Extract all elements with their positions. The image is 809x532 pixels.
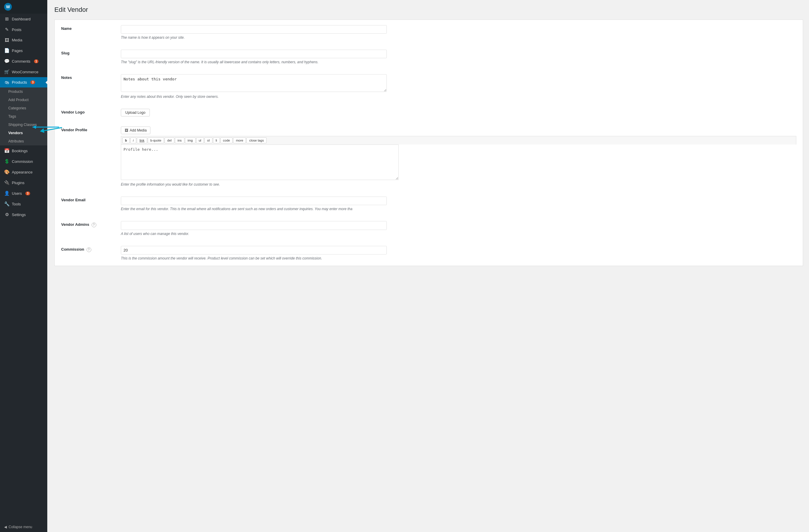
appearance-icon: 🎨 [4,169,10,175]
comments-badge: 1 [34,59,39,63]
slug-cell: The "slug" is the URL-friendly version o… [115,45,802,69]
vendor-profile-cell: 🖼 Add Media b i link b-quote del ins img [115,122,802,191]
submenu-item-add-product[interactable]: Add Product [0,96,47,104]
vendor-email-description: Enter the email for this vendor. This is… [121,207,796,211]
sidebar-label-users: Users [12,191,22,196]
media-toolbar: 🖼 Add Media b i link b-quote del ins img [121,126,796,180]
notes-description: Enter any notes about this vendor. Only … [121,95,796,99]
sidebar-item-tools[interactable]: 🔧 Tools [0,199,47,209]
submenu-item-products[interactable]: Products [0,87,47,96]
editor-btn-close-tags[interactable]: close tags [246,137,266,143]
vendor-logo-label: Vendor Logo [55,104,114,121]
collapse-label: Collapse menu [8,525,32,529]
slug-input[interactable] [121,50,387,58]
editor-btn-li[interactable]: li [213,137,220,143]
vendor-email-cell: Enter the email for this vendor. This is… [115,192,802,216]
sidebar-item-appearance[interactable]: 🎨 Appearance [0,167,47,177]
editor-btn-i[interactable]: i [130,137,136,143]
submenu-item-vendors[interactable]: Vendors [0,129,47,137]
vendor-email-input[interactable] [121,196,387,205]
sidebar: W ⊞ Dashboard ✎ Posts 🖼 Media 📄 Pages 💬 … [0,0,47,532]
sidebar-label-media: Media [12,38,22,42]
editor-btn-bquote[interactable]: b-quote [148,137,164,143]
vendor-email-label: Vendor Email [55,192,114,216]
edit-vendor-form: Name The name is how it appears on your … [54,19,803,266]
vendor-admins-input[interactable] [121,221,387,230]
submenu-item-tags[interactable]: Tags [0,112,47,121]
notes-textarea[interactable]: Notes about this vendor [121,74,387,92]
upload-logo-button[interactable]: Upload Logo [121,109,150,117]
bookings-icon: 📅 [4,148,10,153]
notes-row: Notes Notes about this vendor Enter any … [55,69,802,103]
products-submenu: Products Add Product Categories Tags Shi… [0,87,47,145]
editor-btn-code[interactable]: code [220,137,233,143]
sidebar-label-appearance: Appearance [12,170,33,174]
sidebar-label-dashboard: Dashboard [12,17,31,21]
pages-icon: 📄 [4,48,10,53]
name-description: The name is how it appears on your site. [121,35,796,40]
submenu-item-shipping-classes[interactable]: Shipping Classes [0,121,47,129]
vendor-logo-cell: Upload Logo [115,104,802,121]
add-media-icon: 🖼 [125,128,128,133]
sidebar-item-settings[interactable]: ⚙ Settings [0,209,47,220]
plugins-icon: 🔌 [4,180,10,185]
editor-btn-img[interactable]: img [185,137,195,143]
sidebar-item-plugins[interactable]: 🔌 Plugins [0,177,47,188]
editor-btn-link[interactable]: link [137,137,147,143]
sidebar-item-woocommerce[interactable]: 🛒 WooCommerce [0,67,47,77]
vendor-admins-cell: A list of users who can manage this vend… [115,216,802,241]
name-row: Name The name is how it appears on your … [55,20,802,44]
vendor-profile-row: Vendor Profile 🖼 Add Media b i link [55,122,802,191]
users-icon: 👤 [4,191,10,196]
sidebar-label-plugins: Plugins [12,181,24,185]
notes-label: Notes [55,69,114,103]
add-media-label: Add Media [130,128,147,133]
editor-btn-del[interactable]: del [165,137,174,143]
sidebar-item-bookings[interactable]: 📅 Bookings [0,145,47,156]
add-media-button[interactable]: 🖼 Add Media [121,126,150,134]
products-icon: 🛍 [4,80,10,85]
sidebar-item-products[interactable]: 🛍 Products 3 [0,77,47,87]
vendor-admins-label: Vendor Admins ? [55,216,114,241]
notes-cell: Notes about this vendor Enter any notes … [115,69,802,103]
editor-btn-more[interactable]: more [233,137,246,143]
editor-btn-ol[interactable]: ol [205,137,212,143]
submenu-item-attributes[interactable]: Attributes [0,137,47,145]
collapse-menu[interactable]: ◀ Collapse menu [0,522,47,532]
editor-btn-b[interactable]: b [122,137,130,143]
commission-cell: This is the commission amount the vendor… [115,241,802,265]
products-badge: 3 [31,80,35,84]
sidebar-item-posts[interactable]: ✎ Posts [0,24,47,35]
submenu-item-categories[interactable]: Categories [0,104,47,112]
editor-btn-ins[interactable]: ins [175,137,184,143]
sidebar-item-pages[interactable]: 📄 Pages [0,45,47,56]
name-input[interactable] [121,25,387,34]
main-content: Edit Vendor Name The name is how it appe… [47,0,809,532]
editor-btn-ul[interactable]: ul [196,137,204,143]
commission-label: Commission ? [55,241,114,265]
vendor-profile-label: Vendor Profile [55,122,114,191]
slug-row: Slug The "slug" is the URL-friendly vers… [55,45,802,69]
profile-textarea[interactable]: Profile here... [121,144,399,180]
settings-icon: ⚙ [4,212,10,217]
commission-input[interactable] [121,246,387,255]
sidebar-item-comments[interactable]: 💬 Comments 1 [0,56,47,67]
commission-row: Commission ? This is the commission amou… [55,241,802,265]
sidebar-item-dashboard[interactable]: ⊞ Dashboard [0,14,47,24]
commission-help-icon[interactable]: ? [87,247,91,252]
sidebar-label-posts: Posts [12,28,21,32]
page-title: Edit Vendor [54,6,803,14]
profile-description: Enter the profile information you would … [121,182,796,187]
sidebar-item-users[interactable]: 👤 Users 3 [0,188,47,199]
woocommerce-icon: 🛒 [4,69,10,74]
editor-buttons-toolbar: b i link b-quote del ins img ul ol li co… [121,136,796,144]
sidebar-item-commission[interactable]: 💲 Commission [0,156,47,167]
sidebar-item-media[interactable]: 🖼 Media [0,35,47,45]
vendor-admins-help-icon[interactable]: ? [91,223,96,227]
comments-icon: 💬 [4,58,10,64]
sidebar-label-woocommerce: WooCommerce [12,70,38,74]
collapse-icon: ◀ [4,525,7,529]
sidebar-label-commission: Commission [12,159,33,164]
name-cell: The name is how it appears on your site. [115,20,802,44]
users-badge: 3 [25,191,30,195]
